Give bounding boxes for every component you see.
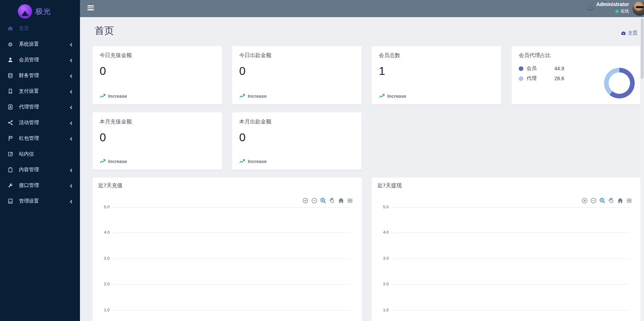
legend-item-agent: 代理 28.6 [519,75,564,82]
wrench-icon [7,182,14,189]
pan-hand-icon[interactable] [608,197,615,204]
donut-legend: 会员 44.9 代理 28.6 [519,65,564,85]
chevron-left-icon [69,105,74,109]
y-tick-label: 1.0 [375,308,389,312]
sidebar-toggle-button[interactable] [87,5,94,11]
pan-hand-icon[interactable] [328,197,336,204]
sidebar: 极光 首页 ⚙ 系统设置 会员管理 财务管理 支付设置 [0,0,80,321]
home-icon [7,25,14,32]
chart-toolbar [302,197,353,204]
avatar[interactable] [633,1,644,16]
legend-item-member: 会员 44.9 [519,65,564,72]
stat-card-value: 1 [379,65,494,78]
gridline [114,259,350,259]
share-nodes-icon [7,119,14,126]
stat-card-month-payout: 本月出款金额 0 Increase [232,112,362,170]
sidebar-item-payment-settings[interactable]: 支付设置 [0,83,80,99]
chart-title: 近7天提现 [377,182,402,189]
reset-home-icon[interactable] [337,197,344,204]
notifications-bell-icon[interactable] [587,5,594,12]
zoom-out-icon[interactable] [311,197,318,204]
book-icon [7,198,14,204]
sidebar-item-system-settings[interactable]: ⚙ 系统设置 [0,36,80,52]
stat-card-footer: Increase [387,93,406,99]
sidebar-item-label: 系统设置 [19,41,69,47]
zoom-out-icon[interactable] [590,197,597,204]
stat-card-today-payout: 今日出款金额 0 Increase [232,46,362,105]
sidebar-item-label: 代理管理 [19,104,69,110]
zoom-in-icon[interactable] [581,197,588,204]
ratio-card: 会员代理占比 会员 44.9 代理 28.6 [512,46,640,105]
sidebar-item-admin-settings[interactable]: 管理设置 [0,193,80,209]
stat-card-footer: Increase [108,159,127,164]
gridline [114,310,350,311]
breadcrumb[interactable]: 主页 [621,30,638,36]
sidebar-item-home[interactable]: 首页 [0,21,80,36]
ratio-card-title: 会员代理占比 [519,52,633,59]
gridline [114,284,350,285]
menu-icon[interactable] [625,197,633,204]
top-navbar: Administrator 在线 [80,0,644,17]
sidebar-item-activity-management[interactable]: 活动管理 [0,115,80,131]
y-tick-label: 4.0 [375,230,389,234]
sidebar-nav: 首页 ⚙ 系统设置 会员管理 财务管理 支付设置 代理管理 [0,21,80,209]
chevron-left-icon [69,89,74,93]
legend-value: 44.9 [554,66,564,71]
selection-zoom-icon[interactable] [599,197,606,204]
sidebar-item-label: 站内信 [19,151,74,157]
stat-card-value: 0 [100,131,215,144]
gridline [393,284,629,285]
brand[interactable]: 极光 [0,0,80,20]
sidebar-item-redpacket-management[interactable]: 红包管理 [0,131,80,146]
sidebar-item-label: 接口管理 [19,182,69,189]
zoom-in-icon[interactable] [302,197,309,204]
sidebar-item-member-management[interactable]: 会员管理 [0,52,80,68]
sidebar-item-site-messages[interactable]: 站内信 [0,146,80,162]
sidebar-item-agent-management[interactable]: 代理管理 [0,99,80,115]
chart-title: 近7天充值 [98,182,122,189]
sidebar-item-content-management[interactable]: 内容管理 [0,162,80,178]
gridline [393,259,629,259]
trend-up-icon [239,158,245,164]
stat-card-today-recharge: 今日充值金额 0 Increase [92,46,222,105]
chevron-left-icon [69,136,74,141]
y-tick-label: 3.0 [375,256,389,260]
sidebar-item-finance-management[interactable]: 财务管理 [0,68,80,83]
trend-up-icon [100,158,106,164]
scrollbar-thumb[interactable] [641,18,644,79]
stat-card-value: 0 [100,65,215,78]
gridline [114,233,350,233]
bookmark-icon [7,88,14,95]
legend-label: 代理 [527,75,554,82]
stat-card-footer: Increase [108,93,127,99]
reset-home-icon[interactable] [617,197,624,204]
selection-zoom-icon[interactable] [320,197,327,204]
menu-icon[interactable] [346,197,353,204]
user-menu[interactable]: Administrator 在线 [596,1,629,14]
chevron-left-icon [69,168,74,172]
gridline [114,207,350,208]
chevron-left-icon [69,73,74,78]
online-status-icon [615,10,619,13]
brand-logo-icon [18,4,32,19]
y-tick-label: 2.0 [96,282,110,286]
chart-card-recharge-7d: 近7天充值 5.0 4.0 3.0 2.0 1.0 [92,178,362,321]
sidebar-item-label: 内容管理 [19,167,69,173]
stat-card-title: 会员总数 [379,52,494,59]
gridline [393,310,629,311]
gridline [393,207,629,208]
y-tick-label: 1.0 [96,308,110,312]
breadcrumb-label: 主页 [628,30,638,36]
y-tick-label: 2.0 [375,282,389,286]
donut-chart[interactable] [604,68,635,98]
stat-card-member-total: 会员总数 1 Increase [372,46,501,105]
y-tick-label: 3.0 [96,256,110,260]
sidebar-item-label: 财务管理 [19,72,69,79]
sidebar-item-api-management[interactable]: 接口管理 [0,178,80,193]
gears-icon: ⚙ [7,41,14,47]
legend-label: 会员 [527,65,554,72]
trend-up-icon [100,93,106,99]
vertical-scrollbar[interactable] [640,17,644,321]
stat-card-title: 今日充值金额 [100,52,215,59]
gridline [393,233,629,233]
